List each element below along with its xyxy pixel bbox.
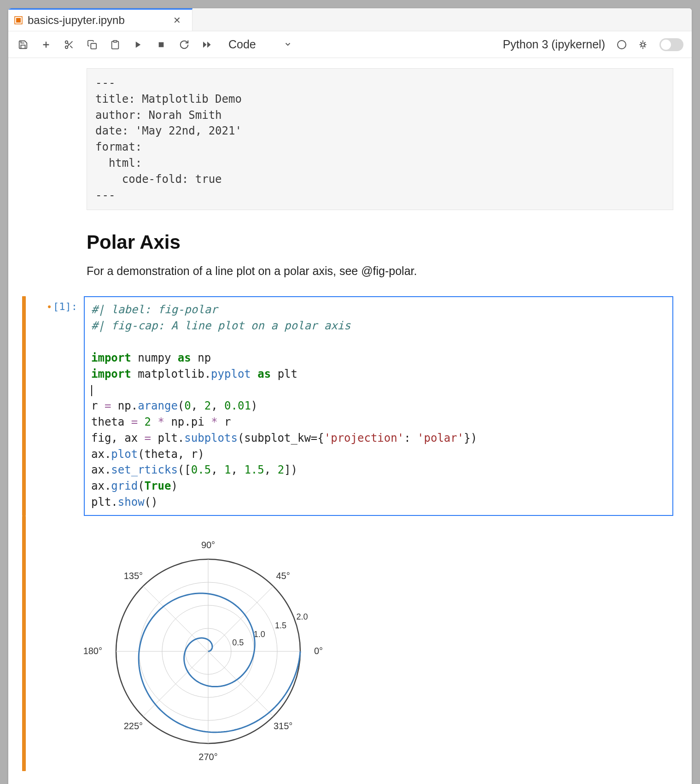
tab-active[interactable]: basics-jupyter.ipynb ✕ <box>8 8 192 31</box>
close-icon[interactable]: ✕ <box>170 15 184 26</box>
cut-icon[interactable] <box>63 38 76 51</box>
execution-count: [1]: <box>53 301 77 312</box>
unsaved-dot-icon: • <box>47 301 51 312</box>
toolbar: Code Python 3 (ipykernel) <box>8 31 692 58</box>
svg-text:2.0: 2.0 <box>296 612 308 621</box>
chevron-down-icon <box>284 38 292 51</box>
cell-type-select[interactable]: Code <box>228 38 292 51</box>
svg-rect-9 <box>91 43 96 49</box>
svg-marker-13 <box>203 41 207 48</box>
svg-line-21 <box>644 46 646 47</box>
svg-text:1.0: 1.0 <box>254 629 265 638</box>
svg-point-15 <box>641 43 644 46</box>
raw-yaml-cell[interactable]: --- title: Matplotlib Demo author: Norah… <box>87 68 673 210</box>
tab-bar: basics-jupyter.ipynb ✕ <box>8 8 692 31</box>
run-all-icon[interactable] <box>201 38 214 51</box>
paste-icon[interactable] <box>109 38 122 51</box>
svg-text:315°: 315° <box>274 720 292 731</box>
toggle-switch[interactable] <box>659 38 683 51</box>
cell-active-indicator <box>22 296 26 515</box>
svg-line-20 <box>641 42 642 43</box>
svg-point-5 <box>65 46 68 48</box>
tab-title: basics-jupyter.ipynb <box>28 14 166 27</box>
notebook-body: --- title: Matplotlib Demo author: Norah… <box>8 58 692 784</box>
svg-line-31 <box>143 586 208 651</box>
prompt-area: •[1]: <box>29 296 84 515</box>
output-area: 0°45°90°135°180°225°270°315°0.51.01.52.0 <box>84 516 678 771</box>
svg-text:0°: 0° <box>314 646 323 656</box>
notebook-window: basics-jupyter.ipynb ✕ <box>8 8 692 784</box>
cell-type-label: Code <box>228 38 256 51</box>
text-cursor <box>91 385 92 396</box>
add-cell-icon[interactable] <box>40 38 52 51</box>
svg-marker-11 <box>136 41 141 48</box>
restart-icon[interactable] <box>178 38 191 51</box>
debug-icon[interactable] <box>636 38 649 51</box>
copy-icon[interactable] <box>86 38 99 51</box>
markdown-heading[interactable]: Polar Axis <box>87 231 678 253</box>
stop-icon[interactable] <box>155 38 168 51</box>
kernel-name[interactable]: Python 3 (ipykernel) <box>503 38 605 51</box>
output-cell: 0°45°90°135°180°225°270°315°0.51.01.52.0 <box>22 516 678 771</box>
svg-text:270°: 270° <box>198 752 217 762</box>
svg-line-23 <box>644 42 646 43</box>
svg-line-22 <box>641 46 642 47</box>
svg-line-35 <box>208 651 273 716</box>
svg-text:135°: 135° <box>124 571 143 581</box>
svg-rect-10 <box>113 40 117 42</box>
svg-text:1.5: 1.5 <box>275 621 286 630</box>
svg-rect-12 <box>159 42 164 47</box>
svg-text:225°: 225° <box>124 720 143 731</box>
svg-rect-1 <box>16 18 21 23</box>
svg-text:0.5: 0.5 <box>232 638 244 647</box>
svg-text:180°: 180° <box>84 646 102 656</box>
svg-line-33 <box>143 651 208 716</box>
svg-line-7 <box>70 46 72 48</box>
polar-plot: 0°45°90°135°180°225°270°315°0.51.01.52.0 <box>84 522 342 771</box>
kernel-status-icon[interactable] <box>617 40 626 49</box>
code-editor[interactable]: #| label: fig-polar #| fig-cap: A line p… <box>84 296 673 515</box>
svg-line-8 <box>67 43 69 45</box>
output-active-indicator <box>22 516 26 771</box>
svg-point-4 <box>65 41 68 43</box>
save-icon[interactable] <box>17 38 29 51</box>
svg-marker-14 <box>207 41 211 48</box>
code-cell: •[1]: #| label: fig-polar #| fig-cap: A … <box>22 296 678 515</box>
run-icon[interactable] <box>132 38 145 51</box>
svg-text:90°: 90° <box>201 540 215 550</box>
markdown-paragraph[interactable]: For a demonstration of a line plot on a … <box>87 264 678 278</box>
notebook-file-icon <box>14 16 23 25</box>
svg-text:45°: 45° <box>276 571 290 581</box>
